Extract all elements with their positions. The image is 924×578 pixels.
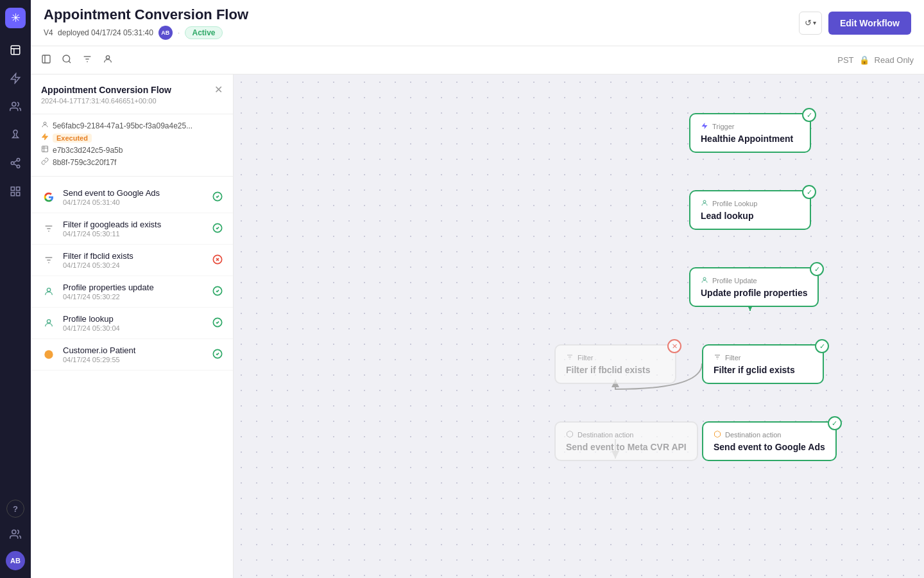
- nav-icon-hooks[interactable]: [4, 123, 27, 146]
- sidebar-list-item[interactable]: Send event to Google Ads04/17/24 05:31:4…: [31, 182, 233, 213]
- content-area: Appointment Conversion Flow ✕ 2024-04-17…: [31, 74, 924, 578]
- edit-workflow-button[interactable]: Edit Workflow: [828, 12, 911, 35]
- filter-gclid-type-icon: [714, 353, 721, 362]
- node-trigger[interactable]: Trigger Healthie Appointment ✓: [689, 113, 811, 153]
- svg-rect-8: [11, 187, 14, 190]
- sidebar-title: Appointment Conversion Flow: [41, 85, 171, 95]
- sidebar-item-icon: [41, 315, 56, 331]
- sidebar-list-item[interactable]: Filter if fbclid exists04/17/24 05:30:24: [31, 245, 233, 276]
- node-dest-google[interactable]: Destination action Send event to Google …: [702, 421, 837, 461]
- sidebar-item-content: Filter if googleads id exists04/17/24 05…: [63, 220, 207, 238]
- nav-icon-people[interactable]: [4, 95, 27, 118]
- node-profile-update[interactable]: Profile Update Update profile properties…: [689, 267, 819, 307]
- profile-lookup-status-check: ✓: [802, 185, 816, 199]
- sidebar-toggle-icon[interactable]: [41, 54, 51, 67]
- sidebar-header: Appointment Conversion Flow ✕ 2024-04-17…: [31, 74, 233, 114]
- id1-value: e7b3c3d242c5-9a5b: [53, 146, 123, 155]
- sidebar-item-icon: [41, 189, 56, 205]
- executed-badge: Executed: [53, 134, 92, 143]
- page-title: Appointment Conversion Flow: [44, 6, 248, 23]
- sidebar-item-date: 04/17/24 05:31:40: [63, 198, 207, 206]
- nav-logo[interactable]: ✳: [5, 8, 26, 28]
- header-left: Appointment Conversion Flow V4 deployed …: [44, 6, 248, 40]
- lock-icon: 🔒: [859, 55, 869, 65]
- sidebar-item-status-icon: [212, 223, 223, 235]
- refresh-icon: ↺: [805, 18, 812, 28]
- svg-rect-11: [11, 193, 14, 196]
- sidebar-item-content: Profile properties update04/17/24 05:30:…: [63, 283, 207, 301]
- profile-lookup-type-icon: [701, 199, 708, 208]
- profile-update-type-label: Profile Update: [712, 277, 757, 285]
- nav-icon-help[interactable]: ?: [6, 500, 24, 518]
- sidebar-item-icon: [41, 221, 56, 236]
- filter-gclid-node-title: Filter if gclid exists: [714, 365, 812, 375]
- node-filter-gclid[interactable]: Filter Filter if gclid exists ✓: [702, 344, 824, 384]
- dest-meta-type-icon: [566, 430, 574, 439]
- node-dest-meta[interactable]: Destination action Send event to Meta CV…: [554, 421, 698, 461]
- sidebar-list-item[interactable]: Profile lookup04/17/24 05:30:04: [31, 308, 233, 339]
- profile-update-node-title: Update profile properties: [701, 288, 807, 298]
- trigger-node-title: Healthie Appointment: [701, 134, 800, 144]
- sidebar-panel: Appointment Conversion Flow ✕ 2024-04-17…: [31, 74, 234, 578]
- svg-point-44: [703, 200, 706, 203]
- sidebar-item-name: Profile properties update: [63, 283, 207, 292]
- header-user-avatar: AB: [158, 26, 173, 40]
- sidebar-meta-user-id: 5e6fabc9-2184-47a1-95bc-f3a09a4e25...: [41, 121, 223, 130]
- svg-line-7: [13, 161, 17, 162]
- trigger-type-label: Trigger: [712, 123, 734, 130]
- link-icon: [41, 157, 49, 167]
- canvas-area[interactable]: Trigger Healthie Appointment ✓ Profile L…: [234, 74, 924, 578]
- svg-marker-21: [42, 134, 48, 140]
- user-circle-icon: [41, 121, 49, 130]
- filter-icon[interactable]: [82, 54, 92, 67]
- nav-icon-workflows[interactable]: [4, 67, 27, 90]
- svg-rect-10: [17, 193, 20, 196]
- node-filter-fbclid[interactable]: Filter Filter if fbclid exists ✕: [554, 344, 676, 384]
- sidebar-close-button[interactable]: ✕: [214, 83, 223, 96]
- person-icon[interactable]: [103, 54, 113, 67]
- filter-fbclid-type-label: Filter: [578, 354, 593, 362]
- toolbar-left: [41, 54, 113, 67]
- svg-point-32: [47, 288, 50, 292]
- sidebar-list-item[interactable]: Profile properties update04/17/24 05:30:…: [31, 276, 233, 308]
- toolbar: PST 🔒 Read Only: [31, 46, 924, 74]
- filter-gclid-status-check: ✓: [815, 339, 829, 353]
- nav-icon-analytics[interactable]: [4, 39, 27, 62]
- nav-icon-grid[interactable]: [4, 180, 27, 203]
- sidebar-meta-id1: e7b3c3d242c5-9a5b: [41, 145, 223, 155]
- svg-point-45: [703, 277, 706, 280]
- node-profile-lookup[interactable]: Profile Lookup Lead lookup ✓: [689, 190, 811, 230]
- svg-rect-9: [17, 187, 20, 190]
- refresh-button[interactable]: ↺ ▾: [799, 12, 822, 35]
- dest-google-type-icon: [714, 430, 721, 439]
- sidebar-item-date: 04/17/24 05:30:24: [63, 261, 207, 269]
- sidebar-item-name: Profile lookup: [63, 314, 207, 324]
- sidebar-list-item[interactable]: Customer.io Patient04/17/24 05:29:55: [31, 339, 233, 371]
- filter-fbclid-type-icon: [566, 353, 574, 362]
- svg-marker-1: [11, 74, 20, 83]
- nav-icon-team[interactable]: [4, 523, 27, 546]
- nav-bottom: ? AB: [4, 500, 27, 570]
- sidebar-item-date: 04/17/24 05:30:04: [63, 324, 207, 332]
- nav-icon-branches[interactable]: [4, 152, 27, 175]
- svg-rect-0: [11, 46, 20, 55]
- sidebar-item-date: 04/17/24 05:30:11: [63, 230, 207, 238]
- sidebar-item-icon: [41, 347, 56, 362]
- read-only-label: Read Only: [875, 55, 914, 65]
- filter-fbclid-status-x: ✕: [667, 339, 681, 353]
- version-badge: V4 deployed 04/17/24 05:31:40: [44, 28, 153, 37]
- table-icon: [41, 145, 49, 155]
- profile-update-type-icon: [701, 276, 708, 285]
- header: Appointment Conversion Flow V4 deployed …: [31, 0, 924, 46]
- nav-user-avatar[interactable]: AB: [6, 551, 25, 570]
- dest-google-status-check: ✓: [828, 416, 842, 430]
- svg-point-20: [44, 122, 46, 125]
- search-icon[interactable]: [62, 54, 72, 67]
- main-area: Appointment Conversion Flow V4 deployed …: [31, 0, 924, 578]
- toolbar-right: PST 🔒 Read Only: [837, 55, 914, 65]
- user-id-value: 5e6fabc9-2184-47a1-95bc-f3a09a4e25...: [53, 121, 193, 130]
- sidebar-meta-id2: 8b8f-759c3c20f17f: [41, 157, 223, 167]
- timezone-label: PST: [837, 55, 853, 65]
- sidebar-item-content: Filter if fbclid exists04/17/24 05:30:24: [63, 251, 207, 269]
- sidebar-list-item[interactable]: Filter if googleads id exists04/17/24 05…: [31, 213, 233, 245]
